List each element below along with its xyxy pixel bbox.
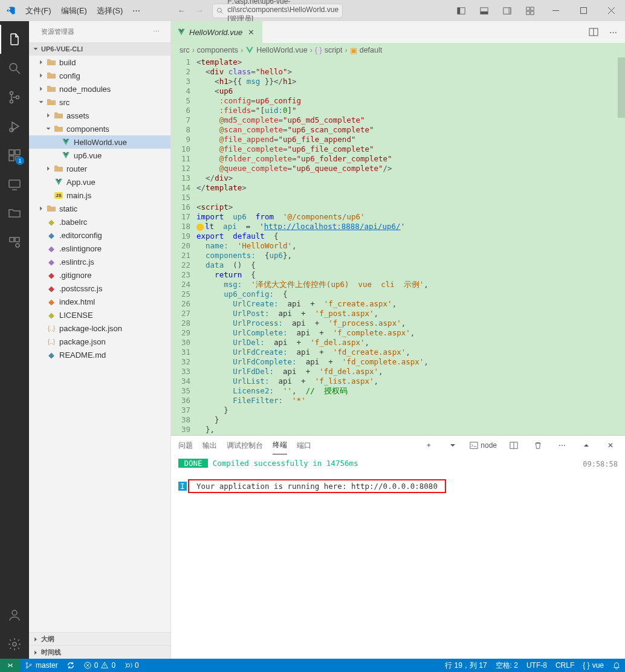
eol-button[interactable]: CRLF: [551, 659, 578, 672]
kill-terminal-button[interactable]: [531, 441, 545, 450]
terminal-tabs: 问题 输出 调试控制台 终端 端口 + node ⋯ ✕: [171, 436, 625, 455]
file-item[interactable]: JSmain.js: [29, 189, 170, 202]
svg-rect-24: [9, 156, 14, 161]
menu-selection[interactable]: 选择(S): [92, 0, 128, 21]
file-item[interactable]: ◆README.md: [29, 348, 170, 361]
svg-rect-10: [526, 11, 529, 14]
svg-point-39: [26, 667, 28, 668]
tab-problems[interactable]: 问题: [178, 437, 193, 454]
file-item[interactable]: ◆.gitignore: [29, 268, 170, 282]
split-editor-button[interactable]: [585, 24, 602, 40]
folder-item[interactable]: router: [29, 162, 170, 175]
terminal-dropdown-button[interactable]: [445, 442, 460, 448]
split-terminal-button[interactable]: [507, 441, 521, 450]
file-item[interactable]: ◆.postcssrc.js: [29, 282, 170, 295]
command-center[interactable]: F:\asp.net\up6-vue-cli\src\components\He…: [212, 4, 343, 18]
activity-account-button[interactable]: [0, 601, 29, 630]
tab-output[interactable]: 输出: [202, 437, 217, 454]
svg-point-0: [218, 8, 222, 12]
svg-rect-13: [580, 8, 586, 14]
breadcrumb[interactable]: src› components› HelloWorld.vue› { } scr…: [171, 43, 625, 57]
file-item[interactable]: ◆LICENSE: [29, 308, 170, 321]
activity-ext2-button[interactable]: [0, 228, 29, 257]
window-close-button[interactable]: [597, 0, 625, 21]
more-icon[interactable]: ⋯: [153, 28, 160, 36]
tab-close-button[interactable]: ✕: [246, 28, 256, 37]
file-item[interactable]: HelloWorld.vue: [29, 135, 170, 149]
activity-folder-button[interactable]: [0, 199, 29, 228]
tab-ports[interactable]: 端口: [297, 437, 311, 454]
language-mode-button[interactable]: { } vue: [578, 659, 608, 672]
ports-button[interactable]: 0: [120, 659, 143, 672]
folder-item[interactable]: node_modules: [29, 82, 170, 95]
menu-file[interactable]: 文件(F): [21, 0, 56, 21]
folder-item[interactable]: assets: [29, 109, 170, 122]
file-item[interactable]: ◆index.html: [29, 295, 170, 308]
editor-more-button[interactable]: ⋯: [604, 24, 621, 40]
file-item[interactable]: App.vue: [29, 175, 170, 189]
terminal-body[interactable]: 09:58:58 DONE Compiled successfully in 1…: [171, 455, 625, 659]
file-item[interactable]: {..}package.json: [29, 335, 170, 348]
nav-forward-button[interactable]: →: [190, 0, 209, 21]
folder-item[interactable]: config: [29, 69, 170, 82]
spaces-button[interactable]: 空格: 2: [491, 659, 522, 672]
folder-item[interactable]: static: [29, 202, 170, 215]
minimap[interactable]: [618, 57, 625, 118]
terminal-profile[interactable]: node: [470, 441, 497, 450]
svg-line-17: [16, 70, 20, 74]
svg-rect-3: [458, 7, 460, 14]
branch-button[interactable]: master: [21, 659, 62, 672]
file-item[interactable]: ◆.editorconfig: [29, 228, 170, 242]
menu-more-icon[interactable]: ⋯: [128, 6, 145, 15]
layout-toggle-sidebar-button[interactable]: [450, 0, 473, 21]
file-item[interactable]: {..}package-lock.json: [29, 321, 170, 335]
new-terminal-button[interactable]: +: [421, 441, 436, 450]
layout-toggle-panel-button[interactable]: [473, 0, 496, 21]
file-item[interactable]: ◆.babelrc: [29, 215, 170, 228]
nav-back-button[interactable]: ←: [172, 0, 190, 21]
timeline-header[interactable]: 时间线: [29, 645, 170, 659]
file-item[interactable]: ◆.eslintignore: [29, 242, 170, 255]
file-item[interactable]: up6.vue: [29, 149, 170, 162]
code-editor[interactable]: 1234567891011121314151617181920212223242…: [171, 57, 625, 435]
title-bar: 文件(F) 编辑(E) 选择(S) ⋯ ← → F:\asp.net\up6-v…: [0, 0, 625, 21]
activity-debug-button[interactable]: [0, 112, 29, 141]
explorer-title: 资源管理器 ⋯: [29, 21, 170, 42]
menu-edit[interactable]: 编辑(E): [56, 0, 92, 21]
maximize-terminal-button[interactable]: [579, 442, 594, 449]
encoding-button[interactable]: UTF-8: [522, 659, 551, 672]
explorer-sidebar: 资源管理器 ⋯ UP6-VUE-CLI buildconfignode_modu…: [29, 21, 171, 659]
activity-extensions-button[interactable]: 1: [0, 141, 29, 170]
activity-search-button[interactable]: [0, 54, 29, 83]
errors-warnings-button[interactable]: 0 0: [79, 659, 120, 672]
path-text: F:\asp.net\up6-vue-cli\src\components\He…: [227, 0, 338, 24]
tab-terminal[interactable]: 终端: [273, 436, 287, 454]
layout-customize-button[interactable]: [519, 0, 542, 21]
svg-rect-5: [481, 11, 488, 13]
tab-debugconsole[interactable]: 调试控制台: [227, 437, 263, 454]
folder-item[interactable]: components: [29, 122, 170, 135]
activity-bar: 1: [0, 21, 29, 659]
close-terminal-button[interactable]: ✕: [603, 441, 618, 450]
file-item[interactable]: ◆.eslintrc.js: [29, 255, 170, 268]
line-col-button[interactable]: 行 19，列 17: [441, 659, 491, 672]
activity-remote-button[interactable]: [0, 170, 29, 199]
window-maximize-button[interactable]: [569, 0, 597, 21]
terminal-icon: [470, 441, 478, 450]
folder-item[interactable]: src: [29, 95, 170, 109]
notifications-button[interactable]: [608, 659, 625, 672]
activity-settings-button[interactable]: [0, 630, 29, 659]
outline-header[interactable]: 大纲: [29, 632, 170, 645]
activity-explorer-button[interactable]: [0, 25, 29, 54]
sync-button[interactable]: [62, 659, 79, 672]
remote-button[interactable]: [0, 659, 21, 672]
project-header[interactable]: UP6-VUE-CLI: [29, 42, 170, 56]
window-minimize-button[interactable]: [542, 0, 569, 21]
tab-helloworld[interactable]: HelloWorld.vue ✕: [171, 21, 262, 43]
extensions-update-badge: 1: [16, 157, 24, 165]
activity-scm-button[interactable]: [0, 83, 29, 112]
folder-item[interactable]: build: [29, 56, 170, 69]
editor-area: HelloWorld.vue ✕ ⋯ src› components› Hell…: [171, 21, 625, 659]
terminal-more-button[interactable]: ⋯: [555, 441, 569, 450]
layout-toggle-secondary-button[interactable]: [496, 0, 519, 21]
